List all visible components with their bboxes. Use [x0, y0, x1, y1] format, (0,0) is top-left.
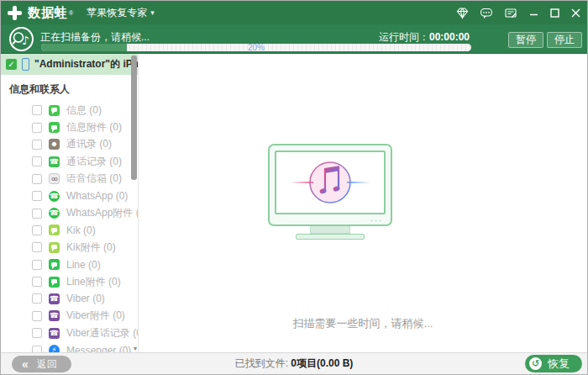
scroll-down-arrow-icon[interactable]: ▾: [134, 346, 137, 352]
sidebar-item-label: 通讯录 (0): [66, 137, 112, 151]
sidebar-item[interactable]: ☎ WhatsApp附件 (0): [1, 204, 138, 221]
voicemail-icon: oo: [49, 173, 60, 184]
back-chevrons-icon: «: [22, 357, 29, 372]
viber-call-history-icon: ☎: [49, 328, 60, 339]
monitor-dots-icon: ···: [370, 216, 383, 224]
gem-icon[interactable]: [454, 5, 470, 21]
sidebar-item[interactable]: ☎ Viber附件 (0): [1, 308, 138, 325]
item-checkbox[interactable]: [32, 191, 42, 201]
sidebar-item[interactable]: ☎ Viber通话记录 (0): [1, 325, 138, 341]
item-checkbox[interactable]: [32, 225, 42, 235]
sidebar-item-label: 信息 (0): [66, 103, 102, 118]
sidebar-item[interactable]: ☎ WhatsApp (0): [1, 188, 138, 204]
sidebar-item-label: Viber通话记录 (0): [66, 326, 139, 341]
scan-header: ♪ 正在扫描备份，请稍候... 运行时间：00:00:00 20% 暂停 停止: [1, 24, 587, 54]
sidebar-item[interactable]: 信息附件 (0): [1, 119, 138, 135]
chat-feedback-icon[interactable]: [478, 5, 495, 21]
sidebar-item-label: Viber (0): [66, 293, 105, 304]
chevron-down-icon: ▾: [150, 8, 155, 17]
minimize-icon[interactable]: [528, 7, 540, 19]
pause-button[interactable]: 暂停: [508, 32, 543, 48]
sidebar-item[interactable]: 信息 (0): [1, 102, 138, 119]
sidebar-item[interactable]: ☎ 通话记录 (0): [1, 153, 138, 170]
sidebar-item[interactable]: Kik附件 (0): [1, 239, 138, 256]
product-switcher[interactable]: 苹果恢复专家 ▾: [87, 6, 155, 20]
sidebar-item-label: WhatsApp附件 (0): [66, 206, 139, 220]
found-files-status: 已找到文件: 0项目(0.00 B): [1, 357, 587, 371]
sidebar-item[interactable]: Kik (0): [1, 222, 138, 239]
item-checkbox[interactable]: [32, 311, 42, 321]
app-logo-icon: [8, 6, 22, 20]
sidebar-item-label: Viber附件 (0): [66, 309, 125, 323]
device-row[interactable]: ✓ "Administrator"的 iPhone: [1, 54, 138, 75]
sidebar-item[interactable]: Line (0): [1, 256, 138, 273]
messages-icon: [49, 105, 60, 116]
recover-button[interactable]: ↺ 恢复: [525, 355, 582, 372]
kik-icon: [49, 224, 60, 235]
sidebar-section-title: 信息和联系人: [1, 75, 138, 102]
sidebar-item-label: Line附件 (0): [66, 275, 121, 289]
back-button[interactable]: « 返回: [12, 356, 71, 372]
registered-mark: ®: [69, 10, 73, 16]
item-checkbox[interactable]: [32, 242, 42, 252]
scan-music-icon: ♪: [8, 26, 34, 55]
recover-arrow-icon: ↺: [529, 357, 542, 370]
device-checkbox[interactable]: ✓: [6, 59, 17, 70]
back-label: 返回: [37, 357, 57, 372]
sidebar-item[interactable]: ☻ 通讯录 (0): [1, 136, 138, 153]
sidebar-item-label: Kik (0): [66, 224, 96, 236]
call-history-icon: ☎: [49, 156, 60, 167]
sidebar-scrollbar-thumb[interactable]: [131, 55, 137, 180]
item-checkbox[interactable]: [32, 140, 42, 150]
brand-name: 数据蛙: [28, 5, 68, 21]
product-name: 苹果恢复专家: [87, 6, 147, 20]
sidebar-item[interactable]: ⚡ Messenger (0): [1, 341, 138, 352]
found-label: 已找到文件:: [235, 357, 288, 369]
found-value: 0项目(0.00 B): [291, 357, 353, 369]
item-checkbox[interactable]: [32, 123, 42, 133]
kik-attachments-icon: [49, 242, 60, 253]
sidebar-item-label: Messenger (0): [66, 345, 131, 352]
item-checkbox[interactable]: [32, 260, 42, 270]
runtime-label: 运行时间：: [379, 31, 429, 43]
item-checkbox[interactable]: [32, 346, 42, 352]
sidebar-item[interactable]: Line附件 (0): [1, 273, 138, 290]
stop-button[interactable]: 停止: [547, 32, 582, 48]
footer-bar: « 返回 已找到文件: 0项目(0.00 B) ↺ 恢复: [1, 352, 587, 374]
sidebar-list: 信息 (0) 信息附件 (0) ☻ 通讯录 (0) ☎ 通话记录 (0) oo …: [1, 102, 138, 352]
sidebar-item[interactable]: ☎ Viber (0): [1, 290, 138, 307]
line-icon: [49, 259, 60, 270]
sidebar-item-label: 信息附件 (0): [66, 120, 122, 135]
iphone-icon: [22, 58, 29, 71]
item-checkbox[interactable]: [32, 328, 42, 338]
line-attachments-icon: [49, 277, 60, 288]
maximize-icon[interactable]: [549, 7, 561, 19]
sidebar-item-label: 语音信箱 (0): [66, 172, 122, 186]
item-checkbox[interactable]: [32, 156, 42, 166]
item-checkbox[interactable]: [32, 105, 42, 115]
monitor-screen: [275, 151, 386, 214]
monitor-stand-base: [296, 234, 365, 240]
messenger-icon: ⚡: [49, 345, 60, 352]
whatsapp-icon: ☎: [49, 191, 60, 202]
form-feedback-icon[interactable]: [502, 5, 519, 21]
item-checkbox[interactable]: [32, 293, 42, 304]
progress-bar: 20%: [41, 44, 471, 51]
music-emblem-icon: [276, 151, 384, 214]
sidebar-item-label: Kik附件 (0): [66, 240, 116, 255]
monitor-illustration: ···: [268, 144, 392, 240]
close-icon[interactable]: [570, 7, 582, 19]
monitor-stand-neck: [310, 226, 350, 234]
progress-percent: 20%: [41, 43, 471, 52]
viber-attachments-icon: ☎: [49, 310, 60, 321]
item-checkbox[interactable]: [32, 277, 42, 287]
runtime-value: 00:00:00: [429, 31, 470, 43]
sidebar-item-label: Line (0): [66, 259, 101, 271]
sidebar-item[interactable]: oo 语音信箱 (0): [1, 171, 138, 188]
viber-icon: ☎: [49, 293, 60, 304]
main-panel: ··· 扫描需要一些时间，请稍候...: [139, 54, 587, 352]
item-checkbox[interactable]: [32, 174, 42, 184]
titlebar: 数据蛙 ® 苹果恢复专家 ▾: [1, 1, 587, 24]
item-checkbox[interactable]: [32, 209, 42, 219]
monitor-frame: ···: [268, 144, 392, 226]
